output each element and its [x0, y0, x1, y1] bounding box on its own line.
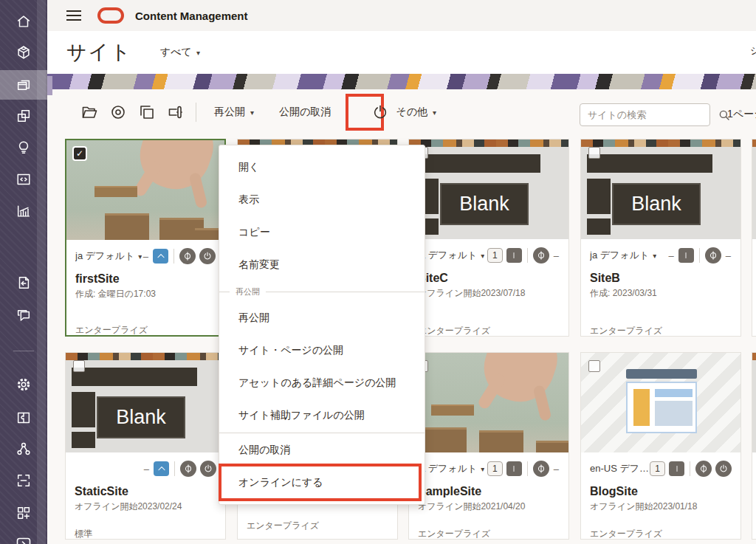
folder-open-icon: [80, 103, 98, 121]
chevron-down-icon: ▾: [250, 109, 254, 117]
update-count-badge[interactable]: 1: [487, 461, 503, 476]
menu-item-open[interactable]: 開く: [219, 151, 425, 184]
language-selector[interactable]: ja デフォルト▾: [418, 249, 484, 262]
site-card-siteb[interactable]: Blank ja デフォルト▾ – – SiteB 作成: 2023/03/31…: [580, 139, 741, 337]
placeholder-dash: –: [668, 250, 675, 261]
search-input[interactable]: [588, 109, 718, 120]
org-share-icon: [16, 441, 32, 457]
sidebar-item-components[interactable]: [0, 101, 47, 131]
site-type: エンタープライズ: [590, 528, 662, 540]
copy-button[interactable]: [136, 101, 158, 123]
icon-divider: [173, 249, 174, 264]
site-thumbnail: Blank: [66, 353, 225, 452]
filter-dropdown[interactable]: すべて ▾: [160, 46, 200, 59]
capture-icon: [16, 472, 32, 489]
offline-status-icon[interactable]: [179, 248, 196, 264]
site-type: 標準: [75, 528, 92, 540]
unpublish-button[interactable]: 公開の取消: [272, 101, 338, 123]
site-search: [580, 103, 710, 126]
menu-item-publish-site-pages[interactable]: サイト・ページの公開: [219, 334, 425, 367]
sidebar-item-capture[interactable]: [0, 466, 47, 495]
placeholder-dash: –: [553, 250, 560, 261]
offline-status-icon[interactable]: [705, 247, 721, 264]
take-online-button[interactable]: [371, 101, 389, 123]
chevron-right-icon: [15, 536, 32, 544]
power-icon: [371, 103, 389, 121]
menu-item-rename[interactable]: 名前変更: [219, 249, 425, 281]
sidebar-item-home[interactable]: [0, 7, 47, 36]
site-subtitle: オフライン開始2021/04/20: [418, 500, 560, 513]
offline-status-icon[interactable]: [180, 461, 196, 477]
select-checkbox[interactable]: [588, 360, 600, 372]
site-card-blogsite[interactable]: en-US デフ…▾ 1 BlogSite オフライン開始2023/01/18 …: [580, 352, 741, 540]
site-subtitle: オフライン開始2023/07/18: [418, 287, 560, 300]
sidebar-item-integrations[interactable]: [0, 403, 47, 433]
republish-dropdown[interactable]: 再公開 ▾: [207, 101, 261, 123]
site-type: エンタープライズ: [418, 528, 490, 540]
language-selector[interactable]: ja デフォルト▾: [75, 249, 142, 263]
offline-status-icon[interactable]: [695, 461, 712, 477]
online-status-icon[interactable]: [200, 461, 216, 477]
offline-status-icon[interactable]: [533, 461, 549, 477]
online-status-icon[interactable]: [715, 461, 732, 477]
update-count-badge[interactable]: 1: [650, 461, 665, 476]
menu-item-publish-aux-files[interactable]: サイト補助ファイルの公開: [219, 399, 425, 432]
sidebar-item-expand[interactable]: [0, 530, 47, 544]
menu-item-take-online[interactable]: オンラインにする: [219, 466, 425, 499]
icon-divider: [690, 461, 690, 476]
sidebar-item-share[interactable]: [0, 434, 47, 464]
rename-button[interactable]: [165, 101, 187, 123]
chevron-down-icon: ▾: [653, 252, 656, 260]
toolbar-divider: [196, 103, 196, 122]
more-dropdown[interactable]: その他 ▾: [388, 101, 444, 123]
site-card-edge[interactable]: [752, 139, 756, 337]
sidebar-item-developer[interactable]: [0, 165, 47, 194]
site-card-edge2[interactable]: [752, 352, 756, 540]
draft-icon[interactable]: [669, 461, 684, 476]
select-checkbox[interactable]: [588, 147, 600, 159]
sidebar-item-sites[interactable]: [0, 69, 47, 99]
sidebar-item-settings[interactable]: [0, 370, 47, 399]
oracle-logo: [97, 7, 124, 24]
language-selector[interactable]: en-US デフ…▾: [590, 462, 650, 475]
menu-item-republish[interactable]: 再公開: [219, 302, 425, 334]
open-folder-button[interactable]: [78, 101, 100, 123]
language-selector[interactable]: ja デフォルト▾: [590, 249, 656, 262]
menu-item-publish-detail-pages[interactable]: アセットのある詳細ページの公開: [219, 367, 425, 399]
site-card-staticsite[interactable]: Blank – StaticSite オフライン開始2023/02/24 標準: [65, 352, 226, 540]
update-count-badge[interactable]: 1: [487, 248, 503, 263]
draft-icon[interactable]: [678, 248, 694, 263]
menu-item-view[interactable]: 表示: [219, 184, 425, 216]
site-card-firstsite[interactable]: ✓ ja デフォルト▾ – firstSite 作成: 金曜日の17:03 エン…: [65, 139, 226, 337]
draft-icon[interactable]: [506, 248, 522, 263]
draft-icon[interactable]: [506, 461, 522, 476]
sidebar-divider: [13, 351, 34, 351]
view-button[interactable]: [107, 101, 129, 123]
cube-icon: [16, 44, 32, 61]
language-selector[interactable]: ja デフォルト▾: [418, 462, 484, 475]
site-card-samplesite[interactable]: ja デフォルト▾ 1 – SampleSite オフライン開始2021/04/…: [408, 352, 569, 540]
sidebar-item-apps[interactable]: [0, 498, 47, 528]
published-icon[interactable]: [153, 249, 168, 264]
hamburger-menu-icon[interactable]: [66, 10, 81, 21]
page-header: サイト すべて ▾ ジ: [47, 31, 756, 74]
sidebar-item-analytics[interactable]: [0, 196, 47, 226]
sidebar-item-conversations[interactable]: [0, 301, 47, 331]
published-icon[interactable]: [154, 461, 169, 476]
offline-status-icon[interactable]: [533, 247, 549, 264]
chevron-down-icon: ▾: [433, 109, 436, 117]
menu-item-unpublish[interactable]: 公開の取消: [219, 434, 425, 466]
site-card-sitec[interactable]: Blank ja デフォルト▾ 1 – SiteC オフライン開始2023/07…: [408, 139, 569, 337]
select-checkbox[interactable]: [73, 360, 85, 372]
webpage-icon: [622, 369, 701, 437]
select-checkbox[interactable]: ✓: [74, 148, 86, 159]
site-title: firstSite: [75, 272, 216, 286]
menu-group-republish: 再公開: [219, 281, 425, 302]
sidebar-item-documents[interactable]: [0, 268, 47, 297]
sidebar-item-assets[interactable]: [0, 38, 47, 67]
placeholder-dash: –: [553, 464, 560, 475]
menu-item-copy[interactable]: コピー: [219, 216, 425, 249]
sidebar-item-ideas[interactable]: [0, 133, 47, 162]
rename-cursor-icon: [167, 103, 185, 121]
online-status-icon[interactable]: [199, 248, 216, 264]
